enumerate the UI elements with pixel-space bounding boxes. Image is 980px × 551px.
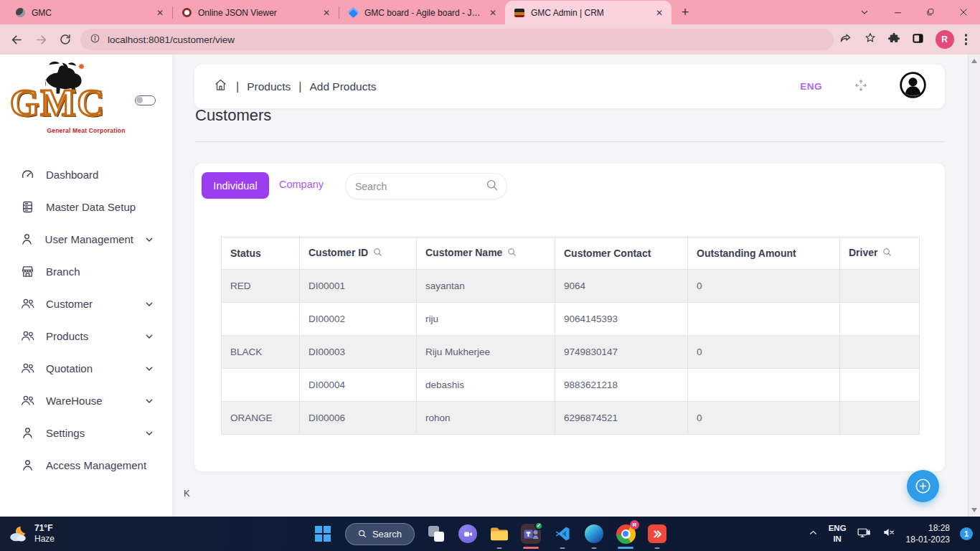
browser-tab-gmc-admin-|-crm[interactable]: GMC Admin | CRM✕: [505, 1, 672, 24]
column-search-icon[interactable]: [372, 247, 383, 260]
reload-button[interactable]: [53, 27, 77, 52]
user-avatar[interactable]: [900, 72, 926, 101]
lang-line-2: IN: [829, 534, 847, 545]
sidebar-item-quotation[interactable]: Quotation: [0, 352, 172, 385]
browser-tab-gmc-board---agile-board---jira[interactable]: GMC board - Agile board - Jira✕: [339, 1, 505, 24]
tray-chevron-up-icon[interactable]: [808, 527, 819, 541]
tab-company[interactable]: Company: [279, 179, 324, 190]
sidebar-item-label: Dashboard: [46, 169, 155, 181]
clock-widget[interactable]: 18:28 18-01-2023: [906, 522, 950, 545]
extensions-icon[interactable]: [887, 32, 900, 47]
column-header-driver: Driver: [840, 237, 920, 270]
sidebar-item-master-data-setup[interactable]: Master Data Setup: [0, 191, 172, 223]
tab-close-icon[interactable]: ✕: [653, 8, 666, 18]
cell-customer-contact: 9064145393: [555, 303, 688, 336]
weather-condition: Haze: [34, 534, 55, 545]
new-tab-button[interactable]: +: [676, 3, 694, 22]
edge-button[interactable]: [583, 517, 605, 550]
task-view-icon: [428, 526, 444, 542]
column-label: Customer Name: [425, 247, 502, 258]
speedometer-icon: [19, 167, 36, 182]
running-indicator: [592, 547, 597, 550]
browser-menu-icon[interactable]: [965, 34, 968, 45]
network-icon[interactable]: [857, 525, 872, 543]
browser-tab-online-json-viewer[interactable]: Online JSON Viewer✕: [172, 1, 339, 24]
breadcrumb-item-add-products[interactable]: Add Products: [309, 80, 376, 93]
page-scrollbar[interactable]: [968, 55, 980, 517]
address-bar[interactable]: localhost:8081/customer/view: [80, 29, 834, 50]
breadcrumb-item-products[interactable]: Products: [247, 80, 291, 93]
sidebar-item-settings[interactable]: Settings: [0, 417, 172, 449]
share-icon[interactable]: [839, 32, 853, 48]
browser-profile-avatar[interactable]: R: [936, 30, 954, 49]
back-button[interactable]: [4, 27, 29, 52]
file-explorer-button[interactable]: [489, 517, 510, 550]
column-label: Status: [230, 248, 261, 259]
side-panel-icon[interactable]: [911, 32, 925, 48]
sidebar-item-customer[interactable]: Customer: [0, 288, 172, 320]
teams-button[interactable]: ✓: [520, 517, 542, 550]
tab-close-icon[interactable]: ✕: [320, 8, 333, 18]
language-indicator[interactable]: ENG IN: [829, 523, 847, 545]
cell-status: [222, 369, 300, 402]
forward-button[interactable]: [29, 27, 53, 52]
browser-tab-gmc[interactable]: GMC✕: [6, 1, 172, 24]
windows-taskbar: 71°F Haze Search ✓: [0, 517, 980, 551]
move-icon[interactable]: [854, 78, 868, 95]
sidebar-collapse-toggle[interactable]: [135, 95, 156, 105]
cell-outstanding-amount: 0: [688, 402, 840, 435]
tab-close-icon[interactable]: ✕: [154, 8, 166, 18]
sidebar-item-products[interactable]: Products: [0, 320, 172, 352]
red-app-button[interactable]: [646, 517, 668, 550]
breadcrumb: | Products | Add Products: [213, 77, 377, 95]
start-button[interactable]: [312, 517, 334, 550]
sidebar-item-dashboard[interactable]: Dashboard: [0, 159, 172, 191]
sidebar-item-user-management[interactable]: User Management: [0, 223, 172, 255]
table-row-DI00003[interactable]: BLACKDI00003Riju Mukherjee97498301470: [222, 336, 920, 369]
chat-button[interactable]: [457, 517, 479, 550]
cell-customer-id: DI00001: [300, 270, 417, 303]
search-icon[interactable]: [485, 178, 499, 195]
sidebar-item-warehouse[interactable]: WareHouse: [0, 385, 172, 417]
minimize-button[interactable]: [881, 0, 914, 24]
search-input[interactable]: [355, 181, 485, 192]
restore-button[interactable]: [914, 0, 947, 24]
sidebar-item-access-management[interactable]: Access Management: [0, 449, 172, 481]
column-search-icon[interactable]: [882, 247, 892, 260]
cell-customer-name: sayantan: [417, 270, 555, 303]
site-info-icon[interactable]: [90, 33, 100, 47]
users-icon: [19, 296, 36, 311]
home-icon[interactable]: [213, 77, 228, 95]
chevron-down-icon: [143, 428, 155, 439]
column-label: Outstanding Amount: [697, 248, 796, 259]
task-view-button[interactable]: [425, 517, 447, 550]
cell-customer-id: DI00002: [300, 303, 417, 336]
column-search-icon[interactable]: [507, 247, 517, 260]
sidebar-item-branch[interactable]: Branch: [0, 255, 172, 288]
tab-search-chevron-icon[interactable]: [848, 0, 881, 24]
taskbar-search[interactable]: Search: [344, 517, 415, 550]
windows-logo-icon: [315, 526, 331, 542]
language-selector[interactable]: ENG: [800, 81, 822, 92]
table-row-DI00001[interactable]: REDDI00001sayantan90640: [222, 270, 920, 303]
browser-tabstrip: GMC✕Online JSON Viewer✕GMC board - Agile…: [0, 0, 980, 24]
vscode-button[interactable]: [552, 517, 573, 550]
scroll-up-arrow-icon[interactable]: [971, 59, 977, 63]
cell-outstanding-amount: [688, 303, 840, 336]
tab-title: GMC Admin | CRM: [531, 8, 647, 18]
chrome-button[interactable]: R: [615, 517, 636, 550]
add-customer-fab[interactable]: [907, 470, 939, 502]
customers-table: StatusCustomer IDCustomer NameCustomer C…: [221, 237, 920, 435]
tab-individual[interactable]: Individual: [202, 172, 269, 199]
close-window-button[interactable]: [947, 0, 980, 24]
notification-badge[interactable]: 1: [960, 527, 973, 540]
tab-close-icon[interactable]: ✕: [486, 8, 499, 18]
weather-widget[interactable]: 71°F Haze: [7, 517, 55, 551]
table-row-DI00004[interactable]: DI00004debashis9883621218: [222, 369, 920, 402]
bookmark-star-icon[interactable]: [864, 32, 877, 47]
breadcrumb-separator: |: [236, 80, 239, 93]
table-row-DI00006[interactable]: ORANGEDI00006rohon62968745210: [222, 402, 920, 435]
volume-muted-icon[interactable]: [882, 525, 896, 542]
table-row-DI00002[interactable]: DI00002riju9064145393: [222, 303, 920, 336]
scroll-down-arrow-icon[interactable]: [971, 508, 977, 512]
